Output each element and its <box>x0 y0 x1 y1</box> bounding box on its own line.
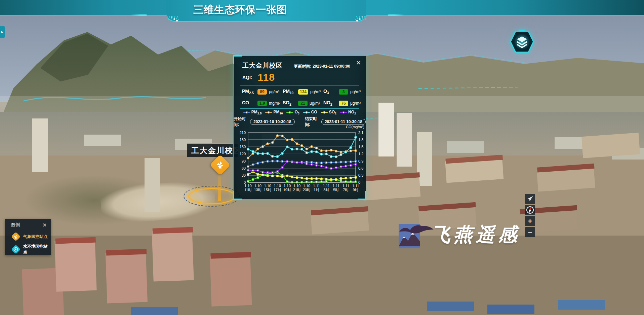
map-legend-panel: 图例 ✕ 气象国控站点 水环境国控站点 <box>5 219 51 255</box>
svg-text:120: 120 <box>240 152 246 156</box>
pollutant-value-badge: 3 <box>339 89 348 95</box>
svg-text:1.113时: 1.113时 <box>323 184 330 192</box>
svg-text:1.119时: 1.119时 <box>352 184 359 192</box>
marker-beam <box>218 173 221 201</box>
station-popup: 工大金川校区 更新时间: 2023-01-11 09:00:00 ✕ AQI: … <box>233 56 366 200</box>
svg-text:1.1023时: 1.1023时 <box>303 184 311 192</box>
svg-text:2.1: 2.1 <box>358 131 363 135</box>
popup-title: 工大金川校区 <box>242 61 283 70</box>
svg-text:0.9: 0.9 <box>358 159 363 163</box>
weather-station-pin[interactable] <box>212 156 229 173</box>
compass-button[interactable] <box>525 205 535 215</box>
aqi-row: AQI: 118 <box>242 72 275 83</box>
svg-text:1.1017时: 1.1017时 <box>274 184 281 192</box>
layers-icon <box>509 30 535 54</box>
pollutant-so2: SO2 21 μg/m³ <box>283 99 323 107</box>
chevron-right-icon: ▶ <box>1 30 4 34</box>
chart-legend-item-co[interactable]: CO <box>303 110 317 115</box>
svg-text:0.6: 0.6 <box>358 166 363 170</box>
legend-item-water-station[interactable]: 水环境国控站点 <box>5 241 51 256</box>
zoom-out-button[interactable]: − <box>525 227 535 237</box>
water-drop-icon <box>12 245 20 253</box>
compass-icon <box>526 206 534 214</box>
svg-text:90: 90 <box>242 159 246 163</box>
legend-line-marker <box>340 112 347 113</box>
svg-text:1.5: 1.5 <box>358 145 363 149</box>
marker-ground-ring <box>188 188 235 204</box>
divider <box>240 108 359 109</box>
aqi-label: AQI: <box>242 75 252 80</box>
svg-text:1.1013时: 1.1013时 <box>254 184 261 192</box>
pollutant-no2: NO2 76 μg/m³ <box>323 99 362 107</box>
chart-legend-item-no2[interactable]: NO2 <box>340 110 356 115</box>
chart-legend-item-o3[interactable]: O3 <box>286 110 299 115</box>
pollutant-value-badge: 21 <box>298 101 308 106</box>
chart-legend-item-pm25[interactable]: PM2.5 <box>243 110 262 115</box>
fly-to-button[interactable] <box>525 194 535 204</box>
popup-header: 工大金川校区 更新时间: 2023-01-11 09:00:00 <box>242 61 360 70</box>
pollutant-value-badge: 89 <box>257 89 267 95</box>
pollutant-value-badge: 76 <box>339 101 348 106</box>
windmill-icon <box>12 233 20 241</box>
update-time: 更新时间: 2023-01-11 09:00:00 <box>294 64 350 69</box>
pollutant-pm10: PM10 134 μg/m³ <box>283 88 323 96</box>
pollutant-value-badge: 1.9 <box>257 101 267 106</box>
svg-text:60: 60 <box>242 166 246 170</box>
chart-legend: PM2.5 PM10 O3 CO SO2 NO2 <box>234 110 366 115</box>
svg-text:1.2: 1.2 <box>358 152 363 156</box>
close-icon[interactable]: ✕ <box>356 60 361 66</box>
map-station-label[interactable]: 工大金川校区 <box>187 143 238 157</box>
legend-title: 图例 <box>11 222 20 228</box>
legend-line-marker <box>265 112 272 113</box>
layers-hexagon-button[interactable] <box>509 30 535 54</box>
svg-text:1.8: 1.8 <box>358 138 363 142</box>
legend-line-marker <box>321 112 328 113</box>
banner-center <box>166 0 366 22</box>
aqi-trend-chart[interactable]: 00300.3600.6900.91201.21501.51801.82102.… <box>234 123 366 200</box>
legend-line-marker <box>286 112 293 113</box>
chart-legend-item-pm10[interactable]: PM10 <box>265 110 283 115</box>
chart-legend-item-so2[interactable]: SO2 <box>321 110 336 115</box>
pollutant-grid: PM2.5 89 μg/m³ PM10 134 μg/m³ O3 3 μg/m³… <box>242 88 362 107</box>
windmill-icon <box>215 160 225 170</box>
legend-line-marker <box>243 112 250 113</box>
pollutant-value-badge: 134 <box>298 89 308 95</box>
svg-text:30: 30 <box>242 173 246 177</box>
legend-header: 图例 ✕ <box>5 219 51 230</box>
svg-text:CO(mg/m³): CO(mg/m³) <box>346 125 364 129</box>
svg-text:1.111时: 1.111时 <box>313 184 320 192</box>
popup-corner-accent <box>233 55 242 64</box>
close-icon[interactable]: ✕ <box>42 222 47 228</box>
svg-text:180: 180 <box>240 138 246 142</box>
svg-text:0.3: 0.3 <box>358 173 363 177</box>
svg-text:150: 150 <box>240 145 246 149</box>
svg-text:1.115时: 1.115时 <box>333 184 340 192</box>
svg-text:1.1011时: 1.1011时 <box>244 184 252 192</box>
app-root: 三维生态环保一张图 ▶ 工大金川校区 <box>0 0 644 315</box>
zoom-in-button[interactable]: + <box>525 216 535 226</box>
svg-text:210: 210 <box>240 131 246 135</box>
svg-text:1.117时: 1.117时 <box>343 184 350 192</box>
legend-line-marker <box>303 112 310 113</box>
aqi-value: 118 <box>258 72 275 83</box>
paper-plane-icon <box>527 196 533 202</box>
legend-item-weather-station[interactable]: 气象国控站点 <box>5 230 51 241</box>
pollutant-o3: O3 3 μg/m³ <box>323 88 362 96</box>
svg-text:1.1015时: 1.1015时 <box>264 184 272 192</box>
svg-text:1.1019时: 1.1019时 <box>283 184 291 192</box>
sidebar-expand-tab[interactable]: ▶ <box>0 26 5 38</box>
svg-text:1.1021时: 1.1021时 <box>293 184 301 192</box>
pollutant-pm25: PM2.5 89 μg/m³ <box>242 88 283 96</box>
divider <box>240 85 359 85</box>
map-controls: + − <box>525 194 536 238</box>
pollutant-co: CO 1.9 mg/m³ <box>242 99 283 107</box>
